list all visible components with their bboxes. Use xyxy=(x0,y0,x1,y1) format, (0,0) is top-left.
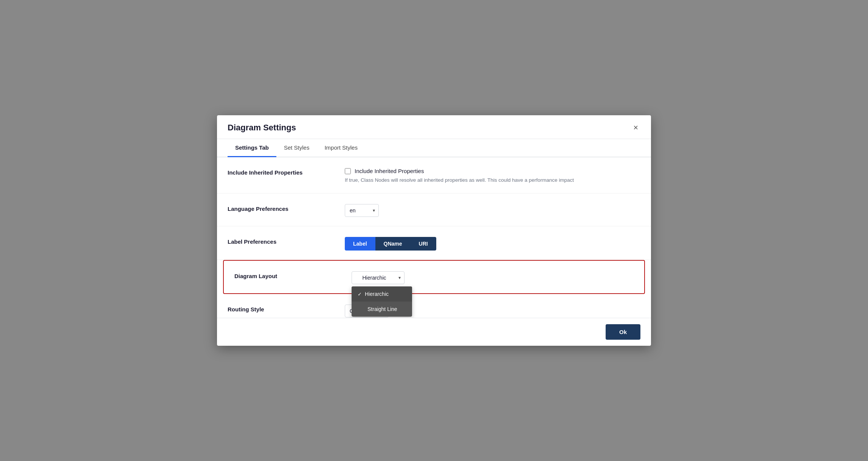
dialog-footer: Ok xyxy=(217,318,651,346)
language-preferences-label: Language Preferences xyxy=(228,204,345,212)
diagram-layout-trigger-btn[interactable]: Hierarchic xyxy=(352,271,405,284)
diagram-layout-section: Diagram Layout Hierarchic ▾ ✓ Hierarchic xyxy=(223,260,645,294)
inherited-properties-label: Include Inherited Properties xyxy=(228,168,345,176)
checkmark-icon: ✓ xyxy=(358,291,362,297)
dialog-body: Include Inherited Properties Include Inh… xyxy=(217,157,651,318)
label-preferences-content: Label QName URI xyxy=(345,237,640,251)
dropdown-item-straight-line[interactable]: Straight Line xyxy=(352,302,412,317)
inherited-properties-checkbox-label: Include Inherited Properties xyxy=(355,168,424,174)
tabs-bar: Settings Tab Set Styles Import Styles xyxy=(217,139,651,157)
dropdown-item-hierarchic-label: Hierarchic xyxy=(365,291,389,297)
diagram-layout-content: Hierarchic ▾ ✓ Hierarchic Straight Line xyxy=(352,271,634,284)
dropdown-item-hierarchic[interactable]: ✓ Hierarchic xyxy=(352,286,412,302)
inherited-properties-content: Include Inherited Properties If true, Cl… xyxy=(345,168,640,184)
language-select-wrapper: en de fr es ▾ xyxy=(345,204,379,217)
dialog-header: Diagram Settings × xyxy=(217,115,651,139)
dialog-title: Diagram Settings xyxy=(228,123,296,133)
inherited-properties-checkbox[interactable] xyxy=(345,168,351,174)
diagram-layout-dropdown-trigger: Hierarchic ▾ ✓ Hierarchic Straight Line xyxy=(352,271,405,284)
inherited-properties-section: Include Inherited Properties Include Inh… xyxy=(217,157,651,193)
language-preferences-content: en de fr es ▾ xyxy=(345,204,640,217)
qname-btn[interactable]: QName xyxy=(375,237,411,251)
label-preferences-btn-group: Label QName URI xyxy=(345,237,640,251)
uri-btn[interactable]: URI xyxy=(411,237,436,251)
tab-import-styles[interactable]: Import Styles xyxy=(317,139,365,157)
language-select[interactable]: en de fr es xyxy=(345,204,379,217)
label-preferences-label: Label Preferences xyxy=(228,237,345,245)
tab-set-styles[interactable]: Set Styles xyxy=(276,139,317,157)
diagram-layout-wrapper: Diagram Layout Hierarchic ▾ ✓ Hierarchic xyxy=(217,260,651,294)
language-preferences-section: Language Preferences en de fr es ▾ xyxy=(217,193,651,226)
inherited-properties-checkbox-row: Include Inherited Properties xyxy=(345,168,640,174)
ok-button[interactable]: Ok xyxy=(606,324,640,340)
inherited-properties-description: If true, Class Nodes will resolve all in… xyxy=(345,176,640,184)
label-preferences-section: Label Preferences Label QName URI xyxy=(217,226,651,260)
routing-style-section: Routing Style Orthogonal Straight Curved… xyxy=(217,294,651,318)
dialog: Diagram Settings × Settings Tab Set Styl… xyxy=(217,115,651,346)
close-button[interactable]: × xyxy=(631,123,640,133)
routing-style-label: Routing Style xyxy=(228,305,345,312)
label-btn[interactable]: Label xyxy=(345,237,375,251)
dropdown-item-straight-line-label: Straight Line xyxy=(367,306,397,312)
diagram-layout-trigger-value: Hierarchic xyxy=(362,275,386,281)
diagram-layout-dropdown-popup: ✓ Hierarchic Straight Line xyxy=(352,286,412,317)
diagram-layout-label: Diagram Layout xyxy=(234,271,352,279)
tab-settings[interactable]: Settings Tab xyxy=(228,139,276,157)
